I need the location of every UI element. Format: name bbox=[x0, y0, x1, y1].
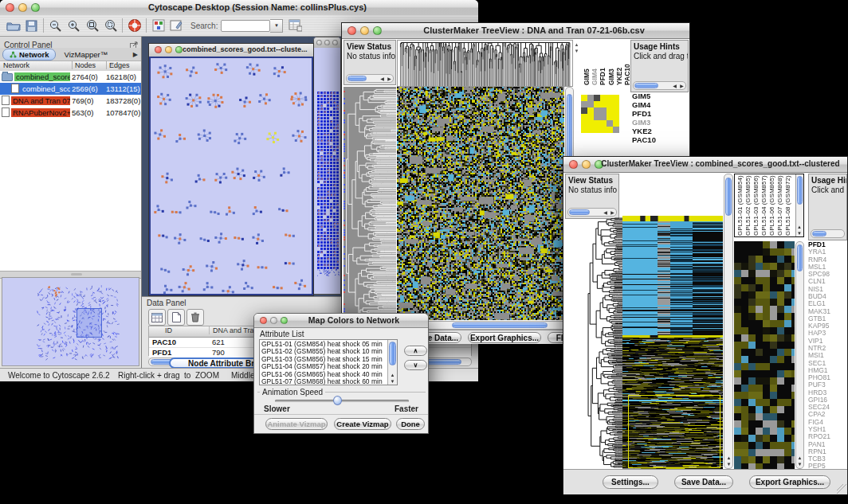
dna-hints-hscroll[interactable]: ◀ ▶ bbox=[633, 81, 686, 90]
scroll-right-icon[interactable]: ▶ bbox=[678, 84, 685, 89]
dialog-titlebar[interactable]: Map Colors to Network bbox=[254, 314, 428, 328]
dialog-minimize-button[interactable] bbox=[270, 317, 277, 324]
attribute-list-vscroll-thumb[interactable] bbox=[389, 342, 396, 365]
scroll-left-icon[interactable]: ◀ bbox=[671, 84, 678, 89]
dna-close-button[interactable] bbox=[347, 26, 356, 35]
comb-close-button[interactable] bbox=[569, 160, 578, 169]
network-view-canvas[interactable] bbox=[151, 58, 312, 294]
dna-status-hscroll-thumb[interactable] bbox=[347, 76, 367, 81]
id-column-header[interactable]: ID bbox=[165, 326, 172, 334]
save-icon[interactable] bbox=[22, 17, 41, 35]
comb-vscroll[interactable]: ▲ ▼ bbox=[724, 174, 733, 469]
comb-labels-vscroll[interactable]: ▲ ▼ bbox=[795, 174, 803, 236]
comb-detail-vscroll[interactable]: ▲ ▼ bbox=[795, 241, 804, 469]
scroll-up-icon[interactable]: ▲ bbox=[389, 373, 396, 378]
speed-slider-thumb[interactable] bbox=[333, 396, 342, 405]
attribute-item[interactable]: GPL51-07 (GSM868) heat shock 60 min bbox=[260, 378, 387, 385]
zoom-selected-icon[interactable] bbox=[101, 17, 120, 35]
move-up-button[interactable]: ∧ bbox=[404, 346, 427, 356]
dna-zoom-button[interactable] bbox=[373, 26, 382, 35]
search-dropdown-button[interactable]: ▼ bbox=[270, 19, 283, 33]
scroll-up-icon[interactable]: ▲ bbox=[796, 225, 803, 230]
scroll-up-icon[interactable]: ▲ bbox=[796, 455, 803, 461]
scroll-up-icon[interactable]: ▲ bbox=[725, 455, 732, 461]
export-graphics-button[interactable]: Export Graphics... bbox=[749, 475, 830, 489]
comb-titlebar[interactable]: ClusterMaker TreeView : combined_scores_… bbox=[563, 157, 847, 173]
annotation-icon[interactable] bbox=[167, 17, 186, 35]
comb-row-dendrogram-canvas[interactable] bbox=[565, 216, 622, 469]
dense-network-grid-canvas[interactable] bbox=[317, 92, 340, 276]
comb-hints-hscroll[interactable] bbox=[811, 229, 845, 238]
attribute-list[interactable]: GPL51-01 (GSM854) heat shock 05 minGPL51… bbox=[259, 339, 398, 385]
open-folder-icon[interactable] bbox=[4, 17, 22, 35]
zoom-fit-icon[interactable] bbox=[83, 17, 101, 35]
comb-detail-vscroll-thumb[interactable] bbox=[797, 244, 803, 272]
speed-slider-track[interactable] bbox=[275, 400, 409, 402]
tab-network[interactable]: Network bbox=[2, 49, 56, 61]
save-data-button[interactable]: Save Data... bbox=[674, 475, 733, 489]
inactive-minimize-button[interactable] bbox=[324, 40, 330, 45]
dna-column-dendrogram-canvas[interactable] bbox=[397, 40, 573, 87]
network-row[interactable]: DNA and Tran 07769(0)183728(0) bbox=[0, 95, 141, 107]
scroll-right-icon[interactable]: ▶ bbox=[386, 76, 393, 82]
main-titlebar[interactable]: Cytoscape Desktop (Session Name: collins… bbox=[0, 0, 478, 16]
zoom-button[interactable] bbox=[31, 3, 40, 12]
scroll-down-icon[interactable]: ▼ bbox=[725, 462, 732, 467]
minimize-button[interactable] bbox=[18, 3, 27, 12]
done-button[interactable]: Done bbox=[396, 418, 425, 430]
new-document-icon[interactable] bbox=[167, 309, 185, 326]
comb-heatmap-canvas[interactable] bbox=[622, 216, 723, 469]
scroll-down-icon[interactable]: ▼ bbox=[796, 462, 803, 467]
scroll-left-icon[interactable]: ◀ bbox=[379, 76, 386, 82]
dna-vscroll-thumb[interactable] bbox=[567, 94, 572, 162]
comb-labels-vscroll-thumb[interactable] bbox=[797, 176, 803, 205]
attribute-table-icon[interactable] bbox=[286, 17, 304, 35]
netwin-minimize-button[interactable] bbox=[165, 46, 172, 53]
comb-vscroll-thumb[interactable] bbox=[725, 178, 732, 216]
tab-vizmapper[interactable]: VizMapper™ bbox=[56, 50, 116, 59]
scroll-right-icon[interactable]: ▶ bbox=[609, 210, 616, 216]
dna-titlebar[interactable]: ClusterMaker TreeView : DNA and Tran 07-… bbox=[342, 23, 689, 39]
comb-hints-hscroll-thumb[interactable] bbox=[812, 231, 826, 236]
create-vizmap-button[interactable]: Create Vizmap bbox=[334, 418, 391, 430]
dna-status-hscroll[interactable]: ◀ ▶ bbox=[346, 74, 394, 83]
dna-cluster-thumbnail-canvas[interactable] bbox=[581, 95, 619, 133]
dna-heatmap-canvas[interactable] bbox=[397, 87, 564, 320]
search-input[interactable] bbox=[221, 20, 270, 32]
settings-button[interactable]: Settings... bbox=[603, 475, 658, 489]
inactive-close-button[interactable] bbox=[316, 40, 322, 45]
netwin-zoom-button[interactable] bbox=[175, 46, 183, 53]
dna-hints-hscroll-thumb[interactable] bbox=[634, 83, 658, 88]
vizmapper-icon[interactable] bbox=[149, 17, 167, 35]
scroll-down-icon[interactable]: ▼ bbox=[573, 49, 580, 54]
dialog-close-button[interactable] bbox=[260, 317, 267, 324]
scroll-up-icon[interactable]: ▲ bbox=[573, 42, 580, 48]
inactive-zoom-button[interactable] bbox=[332, 40, 338, 45]
table-grid-icon[interactable] bbox=[148, 309, 166, 326]
dna-export-graphics-button[interactable]: Export Graphics... bbox=[468, 332, 541, 343]
tab-overflow-arrow[interactable]: ▶ bbox=[133, 51, 138, 58]
network-row[interactable]: combined_sco2569(6)13112(15) bbox=[0, 83, 141, 95]
network-row[interactable]: combined_scores2764(0)16218(0) bbox=[0, 71, 141, 83]
netwin-close-button[interactable] bbox=[155, 46, 162, 53]
scroll-down-icon[interactable]: ▼ bbox=[796, 231, 803, 236]
dna-minimize-button[interactable] bbox=[360, 26, 369, 35]
comb-status-hscroll-thumb[interactable] bbox=[569, 209, 590, 215]
scroll-left-icon[interactable]: ◀ bbox=[602, 210, 609, 216]
trash-icon[interactable] bbox=[186, 309, 204, 326]
dna-row-dendrogram-canvas[interactable] bbox=[344, 87, 396, 320]
zoom-out-icon[interactable] bbox=[46, 17, 65, 35]
birdseye-view[interactable] bbox=[2, 277, 139, 366]
birdseye-selection-rect[interactable] bbox=[77, 308, 102, 338]
birdseye-canvas[interactable] bbox=[2, 278, 139, 365]
scroll-down-icon[interactable]: ▼ bbox=[389, 379, 396, 385]
network-row[interactable]: RNAPuberNov2+563(0)107847(0) bbox=[0, 107, 141, 119]
dna-hscroll-thumb[interactable] bbox=[452, 322, 548, 328]
animate-vizmap-button[interactable]: Animate Vizmap bbox=[265, 418, 328, 430]
close-button[interactable] bbox=[6, 3, 14, 12]
zoom-in-icon[interactable] bbox=[65, 17, 83, 35]
comb-minimize-button[interactable] bbox=[582, 160, 591, 169]
help-lifesaver-icon[interactable] bbox=[125, 17, 143, 35]
background-network-window[interactable] bbox=[313, 37, 341, 295]
attribute-list-vscroll[interactable]: ▲ ▼ bbox=[387, 340, 397, 385]
